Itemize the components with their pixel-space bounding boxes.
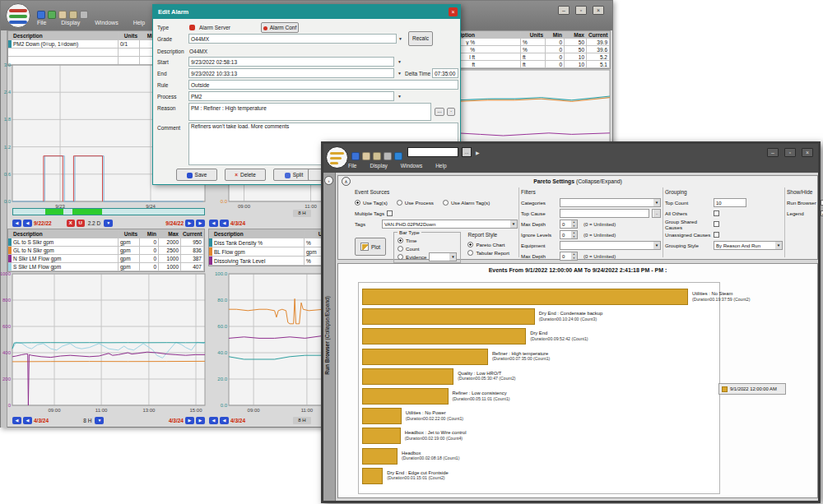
alarm-conf-button[interactable]: Alarm Conf bbox=[261, 22, 299, 33]
menu-display[interactable]: Display bbox=[61, 20, 80, 25]
page-back-button[interactable]: ◀ bbox=[12, 220, 21, 227]
menu-windows[interactable]: Windows bbox=[401, 163, 422, 169]
run-browser-expand-button[interactable]: › bbox=[324, 176, 333, 185]
end-input[interactable]: 9/23/2022 10:33:13 bbox=[188, 68, 394, 78]
menu-windows[interactable]: Windows bbox=[95, 20, 118, 25]
table-row[interactable]: N Slkr LM Flow gpmgpm01000387 bbox=[8, 255, 204, 263]
max-depth-spinner[interactable]: 0▴▾ bbox=[560, 220, 578, 229]
step-back-button[interactable]: ◀ bbox=[23, 220, 32, 227]
menu-file[interactable]: File bbox=[348, 163, 356, 169]
run-browser-label[interactable]: Run Browser (Collapse/Expand) bbox=[324, 296, 335, 375]
page-forward-button[interactable]: ▶ bbox=[196, 417, 205, 424]
grade-dropdown-icon[interactable]: ▼ bbox=[397, 34, 404, 44]
update-button[interactable]: U bbox=[77, 220, 85, 227]
time-span-label[interactable]: 2.2 D bbox=[86, 220, 103, 226]
end-dropdown-icon[interactable]: ▼ bbox=[396, 68, 403, 78]
multiple-tags-checkbox[interactable] bbox=[387, 210, 393, 216]
start-date-label[interactable]: 4/3/24 bbox=[230, 418, 245, 423]
delete-button[interactable]: ×Delete bbox=[225, 169, 266, 181]
reason-clear-button[interactable]: · bbox=[447, 108, 455, 116]
tag-table-bottom-left[interactable]: DescriptionUnitsMinMaxCurrentGL to S Slk… bbox=[7, 229, 205, 272]
time-span-label[interactable]: 8 H bbox=[81, 418, 93, 423]
tags-combobox[interactable]: VAN.PHD.02PM2Down▼ bbox=[382, 220, 518, 229]
step-back-button[interactable]: ◀ bbox=[220, 220, 229, 227]
settings-collapse-button[interactable]: ∧ bbox=[342, 177, 351, 186]
spinner-arrows-icon[interactable]: ▴▾ bbox=[571, 231, 577, 238]
menu-help[interactable]: Help bbox=[435, 163, 446, 169]
recalc-button[interactable]: Recalc bbox=[408, 31, 433, 46]
globe-icon[interactable] bbox=[37, 11, 45, 19]
table-row[interactable]: S Slkr LM Flow gpmgpm01000407 bbox=[8, 263, 204, 271]
span-dropdown-button[interactable]: ▼ bbox=[104, 220, 113, 227]
rule-input[interactable]: Outside bbox=[188, 80, 458, 90]
close-button[interactable]: × bbox=[802, 148, 813, 157]
process-combobox[interactable]: PM2 bbox=[188, 91, 394, 101]
bar-type-time-radio[interactable] bbox=[398, 238, 403, 243]
note-icon[interactable] bbox=[48, 11, 56, 19]
reason-browse-button[interactable]: ... bbox=[435, 108, 444, 116]
pareto-bar[interactable] bbox=[362, 368, 453, 385]
ignore-levels-spinner[interactable]: 0▴▾ bbox=[560, 230, 578, 239]
span-label-top-right[interactable]: 8 H bbox=[293, 210, 311, 217]
timeline-event-segment[interactable] bbox=[45, 209, 64, 215]
menu-file[interactable]: File bbox=[37, 20, 46, 25]
grouping-style-combobox[interactable]: By Reason And Run▼ bbox=[714, 241, 783, 250]
pareto-bar[interactable] bbox=[362, 448, 398, 465]
tabular-report-radio[interactable] bbox=[467, 250, 473, 256]
pareto-bar[interactable] bbox=[362, 388, 449, 405]
close-button[interactable]: × bbox=[593, 6, 604, 15]
copy-icon[interactable] bbox=[58, 11, 67, 19]
toolbar-overflow-icon[interactable]: ▶ bbox=[476, 150, 480, 155]
start-dropdown-icon[interactable]: ▼ bbox=[396, 57, 403, 67]
copy-icon[interactable] bbox=[362, 152, 370, 160]
pareto-bar[interactable] bbox=[362, 289, 688, 305]
print-icon[interactable] bbox=[384, 152, 392, 160]
menu-help[interactable]: Help bbox=[133, 20, 145, 25]
event-timeline[interactable] bbox=[12, 208, 205, 215]
paste-icon[interactable] bbox=[69, 11, 77, 19]
paste-icon[interactable] bbox=[373, 152, 381, 160]
delta-time-value[interactable]: 07:35:00 bbox=[432, 68, 458, 78]
globe-icon[interactable] bbox=[351, 152, 360, 160]
start-date-label[interactable]: 4/3/24 bbox=[230, 220, 245, 226]
trend-chart-bottom-left[interactable]: 1000800600400200009:0011:0013:0015:00 bbox=[1, 272, 207, 418]
start-date-label[interactable]: 4/3/24 bbox=[34, 418, 49, 423]
page-forward-button[interactable]: ▶ bbox=[196, 220, 205, 227]
pareto-chart-radio[interactable] bbox=[467, 242, 473, 247]
step-forward-button[interactable]: ▶ bbox=[185, 220, 194, 227]
menu-display[interactable]: Display bbox=[370, 163, 387, 169]
table-row[interactable]: GL to N Slkr gpmgpm02500836 bbox=[8, 247, 204, 255]
page-back-button[interactable]: ◀ bbox=[209, 417, 218, 424]
evidence-combobox[interactable]: ▼ bbox=[429, 252, 457, 261]
use-tags-radio[interactable] bbox=[355, 200, 360, 206]
pareto-bar[interactable] bbox=[362, 468, 383, 484]
use-alarm-tags-radio[interactable] bbox=[443, 200, 449, 206]
equipment-combobox[interactable]: ▼ bbox=[560, 241, 661, 250]
pareto-bar[interactable] bbox=[362, 308, 535, 325]
pareto-bar[interactable] bbox=[362, 328, 526, 344]
pareto-bar[interactable] bbox=[362, 349, 488, 365]
top-cause-browse-button[interactable]: .. bbox=[652, 209, 661, 218]
grade-combobox[interactable]: O44MX bbox=[188, 34, 397, 44]
start-input[interactable]: 9/23/2022 02:58:13 bbox=[188, 57, 394, 67]
settings-header[interactable]: Pareto Settings (Collapse/Expand) bbox=[338, 176, 817, 187]
categories-combobox[interactable]: ▼ bbox=[560, 198, 661, 207]
unassigned-causes-checkbox[interactable] bbox=[714, 232, 719, 238]
top-cause-input[interactable] bbox=[560, 209, 649, 218]
top-count-input[interactable]: 10 bbox=[714, 198, 746, 207]
chart-legend[interactable]: 9/1/2022 12:00:00 AM bbox=[718, 383, 786, 395]
end-date-label[interactable]: 9/24/22 bbox=[165, 220, 184, 226]
span-dropdown-button[interactable]: ▼ bbox=[95, 417, 104, 424]
page-back-button[interactable]: ◀ bbox=[12, 417, 21, 424]
all-others-checkbox[interactable] bbox=[714, 210, 719, 216]
max-depth2-spinner[interactable]: 0▴▾ bbox=[560, 252, 578, 261]
bar-type-count-radio[interactable] bbox=[398, 246, 403, 252]
reason-input[interactable]: PM : Refiner : High temperature bbox=[188, 103, 431, 121]
step-back-button[interactable]: ◀ bbox=[23, 417, 32, 424]
group-shared-causes-checkbox[interactable] bbox=[714, 221, 719, 227]
toolbar-browse-button[interactable]: ... bbox=[462, 147, 472, 157]
close-icon[interactable]: × bbox=[449, 7, 458, 16]
start-date-label[interactable]: 9/22/22 bbox=[34, 220, 52, 226]
plot-button[interactable]: Plot bbox=[355, 238, 386, 256]
use-process-radio[interactable] bbox=[397, 200, 402, 206]
